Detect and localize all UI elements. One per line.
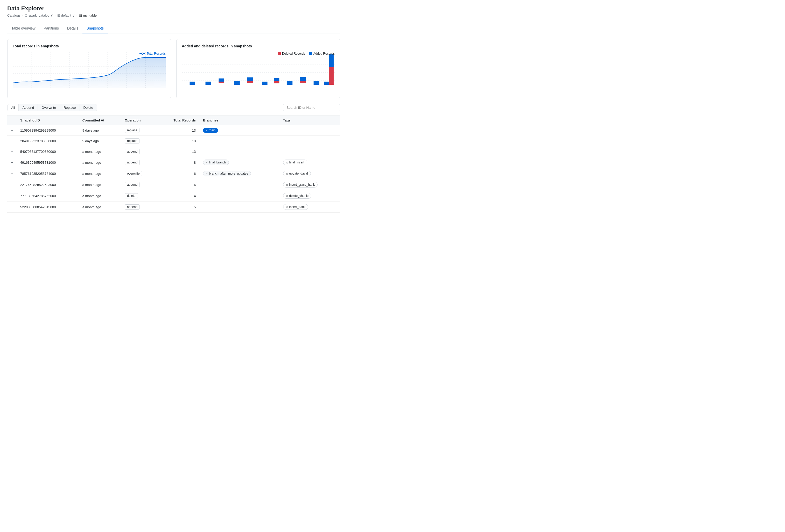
catalog-icon: ⊙ xyxy=(25,14,27,17)
right-chart-title: Added and deleted records in snapshots xyxy=(182,44,335,48)
branch-badge: ⑂main xyxy=(203,128,218,133)
filter-overwrite[interactable]: Overwrite xyxy=(37,104,60,111)
svg-rect-20 xyxy=(219,78,224,82)
committed-at-cell: a month ago xyxy=(79,157,121,168)
snapshot-id-cell: 4916300495953781000 xyxy=(17,157,79,168)
filter-all[interactable]: All xyxy=(7,104,19,111)
tag-badge: ◇delete_charlie xyxy=(283,193,312,199)
expand-button[interactable]: + xyxy=(11,161,13,164)
left-chart-title: Total records in snapshots xyxy=(13,44,166,48)
operation-badge: replace xyxy=(125,138,140,143)
svg-rect-18 xyxy=(206,82,211,85)
total-records-chart: Total records in snapshots Total Records xyxy=(7,39,171,98)
tab-table-overview[interactable]: Table overview xyxy=(7,24,40,33)
total-records-cell: 4 xyxy=(157,190,199,202)
svg-rect-24 xyxy=(262,82,267,85)
bar-chart-svg xyxy=(182,52,335,88)
tab-details[interactable]: Details xyxy=(63,24,82,33)
snapshots-table: Snapshot ID Committed At Operation Total… xyxy=(7,115,340,213)
tag-badge: ◇final_insert xyxy=(283,160,307,165)
breadcrumb-database[interactable]: ⊟ default ∨ xyxy=(57,14,75,17)
tab-snapshots[interactable]: Snapshots xyxy=(82,24,108,33)
branches-cell xyxy=(199,179,279,190)
table-row: +2217459828522683000a month agoappend6◇i… xyxy=(7,179,340,190)
snapshot-id-cell: 5407983137709680000 xyxy=(17,147,79,157)
snapshot-id-cell: 2840199223783868000 xyxy=(17,136,79,147)
expand-button[interactable]: + xyxy=(11,183,13,187)
breadcrumb-catalog[interactable]: ⊙ spark_catalog ∨ xyxy=(25,14,53,17)
svg-point-1 xyxy=(142,53,143,54)
breadcrumb-sep-3: · xyxy=(76,14,77,17)
tag-icon: ◇ xyxy=(286,161,288,164)
expand-button[interactable]: + xyxy=(11,194,13,198)
snapshot-id-cell: 1109072894299299000 xyxy=(17,125,79,136)
snapshot-id-cell: 5220850008542815000 xyxy=(17,202,79,213)
operation-badge: delete xyxy=(125,193,138,198)
table-row: +7771835642786762000a month agodelete4◇d… xyxy=(7,190,340,202)
filter-replace[interactable]: Replace xyxy=(60,104,80,111)
table-row: +7857610352058784000a month agooverwrite… xyxy=(7,168,340,179)
page-title: Data Explorer xyxy=(7,5,340,12)
tag-icon: ◇ xyxy=(286,172,288,175)
table-row: +11090728942992990009 days agoreplace13⑂… xyxy=(7,125,340,136)
expand-button[interactable]: + xyxy=(11,139,13,143)
tags-cell: ◇final_insert xyxy=(279,157,340,168)
svg-rect-29 xyxy=(300,77,306,81)
svg-rect-26 xyxy=(274,78,279,81)
deleted-legend: Deleted Records xyxy=(278,52,305,55)
breadcrumb-catalogs[interactable]: Catalogs xyxy=(7,14,21,17)
branches-cell xyxy=(199,147,279,157)
svg-rect-32 xyxy=(329,67,334,85)
tag-badge: ◇update_david xyxy=(283,171,311,177)
deleted-swatch xyxy=(278,52,281,55)
operation-cell: append xyxy=(121,202,157,213)
committed-at-cell: a month ago xyxy=(79,168,121,179)
expand-button[interactable]: + xyxy=(11,129,13,132)
table-row: +4916300495953781000a month agoappend8⑂f… xyxy=(7,157,340,168)
total-records-cell: 6 xyxy=(157,168,199,179)
svg-rect-21 xyxy=(234,81,239,85)
operation-badge: append xyxy=(125,182,140,187)
tags-cell: ◇insert_grace_hank xyxy=(279,179,340,190)
line-chart-svg xyxy=(13,52,166,88)
col-tags: Tags xyxy=(279,116,340,125)
committed-at-cell: 9 days ago xyxy=(79,125,121,136)
tags-cell xyxy=(279,125,340,136)
breadcrumb-sep-1: · xyxy=(22,14,23,17)
line-chart-area: Total Records xyxy=(13,52,166,93)
breadcrumb: Catalogs · ⊙ spark_catalog ∨ · ⊟ default… xyxy=(7,14,340,17)
expand-button[interactable]: + xyxy=(11,150,13,154)
bar-chart-area: Deleted Records Added Records xyxy=(182,52,335,93)
breadcrumb-sep-2: · xyxy=(55,14,56,17)
branch-badge: ⑂final_branch xyxy=(203,160,229,165)
table-row: +5407983137709680000a month agoappend13 xyxy=(7,147,340,157)
total-records-cell: 13 xyxy=(157,125,199,136)
tags-cell xyxy=(279,147,340,157)
tag-icon: ◇ xyxy=(286,205,288,209)
operation-cell: append xyxy=(121,157,157,168)
committed-at-cell: a month ago xyxy=(79,147,121,157)
filter-delete[interactable]: Delete xyxy=(80,104,97,111)
bar-chart-legend: Deleted Records Added Records xyxy=(278,52,335,55)
snapshot-id-cell: 2217459828522683000 xyxy=(17,179,79,190)
committed-at-cell: a month ago xyxy=(79,179,121,190)
branches-cell: ⑂final_branch xyxy=(199,157,279,168)
operation-cell: replace xyxy=(121,125,157,136)
expand-button[interactable]: + xyxy=(11,172,13,176)
operation-badge: replace xyxy=(125,128,140,133)
expand-button[interactable]: + xyxy=(11,205,13,209)
committed-at-cell: a month ago xyxy=(79,190,121,202)
operation-cell: overwrite xyxy=(121,168,157,179)
svg-rect-23 xyxy=(247,77,253,81)
total-records-cell: 6 xyxy=(157,179,199,190)
operation-badge: overwrite xyxy=(125,171,142,176)
tags-cell: ◇insert_frank xyxy=(279,202,340,213)
search-input[interactable] xyxy=(283,104,340,111)
filter-append[interactable]: Append xyxy=(18,104,38,111)
added-legend: Added Records xyxy=(309,52,335,55)
tab-partitions[interactable]: Partitions xyxy=(40,24,63,33)
svg-rect-17 xyxy=(190,82,195,85)
tag-badge: ◇insert_frank xyxy=(283,204,308,210)
total-records-cell: 13 xyxy=(157,136,199,147)
added-deleted-chart: Added and deleted records in snapshots D… xyxy=(176,39,340,98)
